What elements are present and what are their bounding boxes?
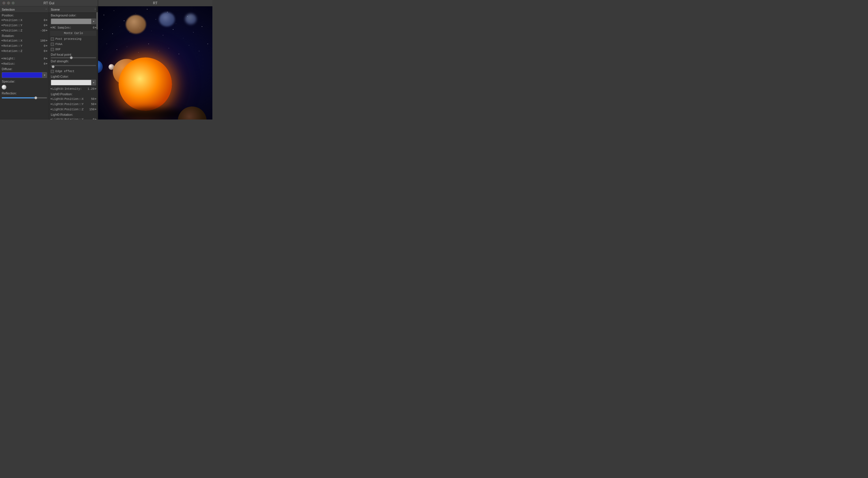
dof-strength-slider-container: [49, 63, 98, 69]
edge-effect-checkbox[interactable]: [51, 70, 54, 73]
light0-intensity-left-arrow[interactable]: ◄: [50, 87, 52, 90]
mc-samples-value: 0: [88, 26, 95, 29]
specular-label: Specular:: [0, 79, 49, 84]
rt-title: RT: [153, 1, 158, 5]
rotation-z-label: Rotation::Z: [3, 50, 38, 53]
diffuse-color-dropdown[interactable]: ▼: [42, 72, 47, 78]
rotation-y-value: 0: [39, 44, 45, 48]
diffuse-color-swatch-container[interactable]: ▼: [2, 72, 47, 78]
light0-pos-y-left-arrow[interactable]: ◄: [50, 103, 52, 106]
dof-checkbox[interactable]: [51, 48, 54, 51]
dof-focal-slider[interactable]: [51, 57, 96, 58]
svg-point-10: [112, 33, 113, 34]
reflection-label: Reflection:: [0, 91, 49, 95]
rt-titlebar: RT: [98, 0, 212, 6]
svg-point-0: [103, 15, 104, 15]
light0-pos-z-left-arrow[interactable]: ◄: [50, 108, 52, 111]
dark-planet: [178, 107, 207, 119]
rt-minimize-button[interactable]: [7, 1, 10, 5]
scene-collapse-btn[interactable]: −: [94, 8, 96, 11]
light0-color-swatch: [51, 80, 91, 85]
position-x-label: Position::X: [3, 19, 38, 22]
position-y-left-arrow[interactable]: ◄: [1, 24, 3, 27]
height-right-arrow[interactable]: ►: [46, 57, 48, 60]
rotation-z-left-arrow[interactable]: ◄: [1, 50, 3, 53]
diffuse-label: Diffuse:: [0, 66, 49, 71]
svg-point-29: [199, 51, 199, 51]
svg-point-21: [117, 49, 117, 50]
post-processing-checkbox[interactable]: [51, 37, 54, 41]
light0-position-section-label: Light0:Position:: [49, 91, 98, 96]
mc-samples-label: MC Samples:: [52, 26, 87, 29]
position-z-right-arrow[interactable]: ►: [46, 29, 48, 32]
distant-planet-3: [185, 13, 196, 25]
rt-close-button[interactable]: [2, 1, 5, 5]
svg-point-24: [148, 43, 149, 44]
svg-point-1: [114, 10, 114, 11]
position-y-right-arrow[interactable]: ►: [46, 24, 48, 27]
light0-pos-x-left-arrow[interactable]: ◄: [50, 97, 52, 100]
svg-point-20: [106, 43, 107, 44]
dof-focal-thumb[interactable]: [70, 56, 73, 59]
light0-rot-x-left-arrow[interactable]: ◄: [50, 118, 52, 119]
svg-point-17: [183, 38, 183, 38]
sun-shadow: [122, 108, 185, 119]
rotation-y-row: ◄ Rotation::Y 0 ►: [0, 43, 49, 49]
scene-scrollbar-thumb[interactable]: [96, 12, 98, 29]
selection-collapse-btn[interactable]: −: [45, 8, 47, 11]
height-label: Height:: [3, 57, 38, 60]
svg-point-4: [147, 9, 148, 9]
scene-scrollbar[interactable]: [96, 6, 98, 119]
light0-pos-x-row: ◄ Light0:Position::X 50 ►: [49, 96, 98, 101]
bg-color-dropdown[interactable]: ▼: [91, 19, 96, 24]
mc-samples-row: ◄ MC Samples: 0 ►: [49, 25, 98, 30]
edge-effect-row: Edge effect: [49, 69, 98, 74]
rotation-y-left-arrow[interactable]: ◄: [1, 44, 3, 47]
fxaa-checkbox[interactable]: [51, 43, 54, 46]
svg-point-16: [173, 29, 174, 30]
rotation-x-left-arrow[interactable]: ◄: [1, 39, 3, 42]
position-z-left-arrow[interactable]: ◄: [1, 29, 3, 32]
rotation-x-right-arrow[interactable]: ►: [46, 39, 48, 42]
radius-value: 0: [39, 62, 45, 65]
dof-row: DOF: [49, 47, 98, 52]
position-x-right-arrow[interactable]: ►: [46, 19, 48, 22]
position-x-value: 0: [39, 19, 45, 22]
fxaa-row: FXAA: [49, 41, 98, 47]
dof-label: DOF: [55, 48, 61, 51]
position-y-value: 0: [39, 24, 45, 27]
light0-intensity-label: Light0:Intensity:: [52, 87, 87, 91]
svg-point-26: [168, 48, 169, 49]
bg-color-label: Background color:: [49, 13, 98, 18]
rotation-y-right-arrow[interactable]: ►: [46, 44, 48, 47]
bg-color-swatch-container[interactable]: ▼: [51, 19, 96, 24]
sun-planet: [119, 57, 172, 111]
rt-maximize-button[interactable]: [11, 1, 15, 5]
edge-effect-label: Edge effect: [55, 70, 74, 73]
radius-left-arrow[interactable]: ◄: [1, 62, 3, 65]
radius-right-arrow[interactable]: ►: [46, 62, 48, 65]
dof-focal-label: Dof focal point:: [49, 52, 98, 57]
dof-strength-label: Dof strength:: [49, 59, 98, 63]
light0-color-swatch-container[interactable]: ▼: [51, 80, 96, 85]
dof-strength-thumb[interactable]: [52, 65, 55, 68]
position-z-value: -30: [39, 29, 45, 32]
position-x-left-arrow[interactable]: ◄: [1, 19, 3, 22]
light0-rotation-section-label: Light0:Rotation:: [49, 112, 98, 117]
light0-color-dropdown[interactable]: ▼: [91, 80, 96, 85]
rotation-z-right-arrow[interactable]: ►: [46, 50, 48, 53]
mc-samples-left-arrow[interactable]: ◄: [50, 26, 52, 29]
svg-point-23: [138, 52, 139, 53]
svg-point-18: [193, 32, 194, 33]
height-left-arrow[interactable]: ◄: [1, 57, 3, 60]
reflection-slider-thumb[interactable]: [34, 96, 37, 99]
reflection-slider-track[interactable]: [2, 97, 47, 98]
svg-point-15: [163, 35, 163, 35]
post-processing-row: Post processing: [49, 36, 98, 41]
position-y-row: ◄ Position::Y 0 ►: [0, 23, 49, 28]
light0-rot-x-value: 0: [88, 118, 95, 120]
specular-ball: [2, 85, 6, 89]
rotation-x-value: 180: [39, 39, 45, 42]
light0-pos-z-row: ◄ Light0:Position::Z 150 ►: [49, 107, 98, 112]
light0-pos-y-label: Light0:Position::Y: [52, 103, 87, 106]
